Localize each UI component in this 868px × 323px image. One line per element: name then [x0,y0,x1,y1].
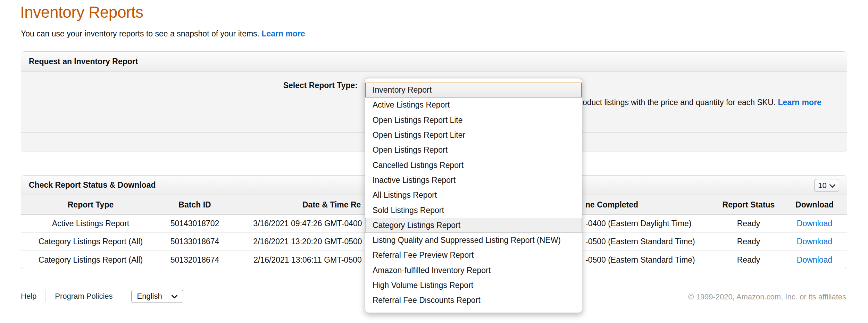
col-date-requested: Date & Time Re [229,200,386,210]
report-option-inventory-report[interactable]: Inventory Report [365,83,582,97]
cell-report-type: Category Listings Report (All) [21,255,160,265]
cell-batch-id: 50133018674 [160,237,229,246]
report-option-listing-quality[interactable]: Listing Quality and Suppressed Listing R… [365,233,582,248]
page-subtitle: You can use your inventory reports to se… [21,29,305,39]
report-description: oduct listings with the price and quanti… [583,98,821,107]
cell-report-status: Ready [716,237,782,246]
request-panel-title: Request an Inventory Report [29,57,138,66]
cell-date-requested: 2/16/2021 13:20:20 GMT-0500 [229,237,386,246]
language-select[interactable]: English [131,290,183,303]
col-download: Download [782,200,847,210]
cell-report-status: Ready [716,219,782,228]
report-description-text: oduct listings with the price and quanti… [583,98,778,107]
language-value: English [137,292,162,301]
report-option-category-listings[interactable]: Category Listings Report [365,218,582,233]
subtitle-text: You can use your inventory reports to se… [21,29,261,38]
cell-batch-id: 50143018702 [160,219,229,228]
chevron-down-icon [172,292,177,301]
page-title: Inventory Reports [20,3,143,22]
inventory-reports-page: Inventory Reports You can use your inven… [0,0,868,323]
subtitle-learn-more-link[interactable]: Learn more [261,29,305,38]
report-option-high-volume[interactable]: High Volume Listings Report [365,278,582,293]
cell-date-requested: 3/16/2021 09:47:26 GMT-0400 [229,219,386,228]
request-panel-header: Request an Inventory Report [21,52,847,72]
report-option-open-listings[interactable]: Open Listings Report [365,143,582,158]
select-report-type-label: Select Report Type: [283,81,358,90]
footer: Help Program Policies English [21,289,183,304]
page-size-value: 10 [818,181,826,190]
report-option-cancelled-listings[interactable]: Cancelled Listings Report [365,158,582,172]
report-option-all-listings[interactable]: All Listings Report [365,188,582,203]
cell-report-type: Category Listings Report (All) [21,237,160,246]
program-policies-link[interactable]: Program Policies [55,292,112,301]
download-link[interactable]: Download [782,219,847,228]
col-batch-id: Batch ID [160,200,229,210]
download-link[interactable]: Download [782,237,847,246]
cell-report-status: Ready [716,255,782,265]
report-option-sold-listings[interactable]: Sold Listings Report [365,203,582,218]
report-option-referral-fee-preview[interactable]: Referral Fee Preview Report [365,248,582,263]
footer-divider [122,290,122,302]
report-option-amazon-fulfilled[interactable]: Amazon-fulfilled Inventory Report [365,263,582,278]
cell-report-type: Active Listings Report [21,219,160,228]
chevron-down-icon [829,181,835,190]
report-option-open-listings-lite[interactable]: Open Listings Report Lite [365,113,582,128]
footer-divider [45,290,46,302]
report-option-open-listings-liter[interactable]: Open Listings Report Liter [365,128,582,143]
col-report-status: Report Status [716,200,782,210]
help-link[interactable]: Help [21,292,36,301]
cell-batch-id: 50132018674 [160,255,229,265]
download-link[interactable]: Download [782,255,847,265]
copyright-notice: © 1999-2020, Amazon.com, Inc. or its aff… [688,292,846,301]
report-option-referral-fee-discounts[interactable]: Referral Fee Discounts Report [365,293,582,308]
cell-date-requested: 2/16/2021 13:06:11 GMT-0500 [229,255,386,265]
page-size-select[interactable]: 10 [814,179,839,192]
col-report-type: Report Type [21,200,160,210]
report-option-inactive-listings[interactable]: Inactive Listings Report [365,173,582,188]
description-learn-more-link[interactable]: Learn more [778,98,821,107]
status-panel-title: Check Report Status & Download [29,180,156,190]
report-type-dropdown: Inventory Report Active Listings Report … [365,78,582,313]
report-option-active-listings[interactable]: Active Listings Report [365,97,582,112]
